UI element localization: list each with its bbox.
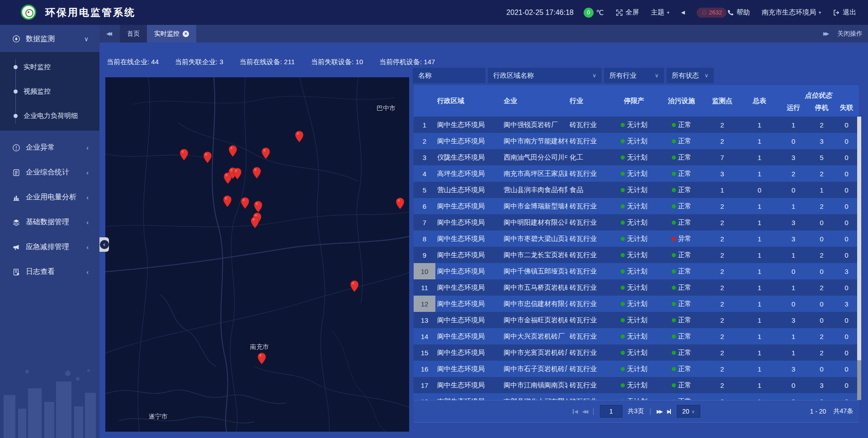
sidebar-item-company-abnormal[interactable]: 企业异常 ‹: [0, 135, 99, 160]
tabs-scroll-left-icon[interactable]: ◀◀: [106, 25, 110, 42]
industry-select[interactable]: 所有行业 ∨: [604, 68, 664, 83]
first-page-button[interactable]: ◀: [572, 409, 576, 414]
tabs-scroll-right-icon[interactable]: ▶▶: [823, 31, 827, 37]
close-operations-button[interactable]: 关闭操作: [837, 30, 863, 38]
sidebar-item-data-monitoring[interactable]: 数据监测 ∨: [0, 28, 99, 50]
table-row[interactable]: 11阆中生态环境局阆中市五马桥页岩机砖砖瓦行业无计划正常21120: [414, 279, 859, 296]
cell-run: 0: [778, 300, 809, 308]
map-pin-icon[interactable]: [261, 147, 270, 160]
chevron-left-icon: ‹: [86, 169, 89, 176]
mute-button[interactable]: ◀: [681, 9, 685, 15]
table-row[interactable]: 3仪陇生态环境局西南油气田分公司川中化工无计划正常71350: [414, 149, 859, 165]
status-dot-green: [621, 139, 625, 143]
tab-home[interactable]: 首页: [120, 25, 147, 42]
sidebar-item-emergency-reduction[interactable]: 应急减排管理 ‹: [0, 235, 99, 259]
table-row[interactable]: 14阆中生态环境局阆中大兴页岩机砖厂砖瓦行业无计划正常21120: [414, 328, 859, 344]
cell-company: 阆中市二龙长宝页岩砖: [500, 251, 567, 259]
cell-industry: 砖瓦行业: [567, 300, 608, 308]
map-pin-icon[interactable]: [254, 201, 263, 213]
map-pin-icon[interactable]: [252, 167, 261, 179]
map-pin-icon[interactable]: [228, 145, 237, 157]
map-pin-icon[interactable]: [350, 280, 359, 292]
table-row[interactable]: 4高坪生态环境局南充市高坪区王家店建砖瓦行业无计划正常31220: [414, 165, 859, 182]
sidebar-item-realtime-monitor[interactable]: 实时监控: [0, 55, 99, 79]
sidebar-collapse-handle[interactable]: ‹: [99, 237, 109, 252]
cell-limit: 无计划: [608, 332, 660, 341]
cell-monitor: 7: [703, 154, 741, 161]
cell-limit: 无计划: [608, 186, 660, 194]
table-row[interactable]: 5营山生态环境局营山县润丰肉食品有限食品无计划正常10010: [414, 182, 859, 198]
theme-button[interactable]: 主题 ▾: [651, 8, 670, 17]
cell-industry: 砖瓦行业: [567, 202, 608, 211]
last-page-button[interactable]: ▶: [667, 409, 671, 414]
row-index: 3: [414, 149, 435, 165]
content-area: 当前在线企业: 44 当前失联企业: 3 当前在线设备: 211 当前失联设备:…: [99, 42, 868, 438]
cell-meter: 1: [741, 333, 778, 340]
table-row[interactable]: 8阆中生态环境局阆中市枣碧大梁山页岩砖瓦行业无计划异常21300: [414, 231, 859, 247]
table-row[interactable]: 12阆中生态环境局阆中市忠信建材有限公砖瓦行业无计划正常21003: [414, 296, 859, 312]
status-select-value: 所有状态: [672, 71, 699, 80]
cell-run: 3: [778, 316, 809, 324]
map[interactable]: 巴中市南充市遂宁市: [105, 77, 409, 432]
region-select[interactable]: 行政区域名称 ∨: [488, 68, 602, 83]
sidebar-item-video-monitor[interactable]: 视频监控: [0, 79, 99, 104]
close-icon[interactable]: ×: [183, 31, 189, 37]
table-row[interactable]: 15阆中生态环境局阆中市光富页岩机砖厂砖瓦行业无计划正常21120: [414, 344, 859, 361]
total-items-label: 共47条: [833, 407, 853, 415]
table-row[interactable]: 9阆中生态环境局阆中市二龙长宝页岩砖砖瓦行业无计划正常21120: [414, 247, 859, 263]
status-select[interactable]: 所有状态 ∨: [666, 68, 714, 83]
cell-monitor: 3: [703, 170, 741, 178]
map-pin-icon[interactable]: [241, 197, 250, 209]
cell-run: 0: [778, 186, 809, 194]
cell-limit: 无计划: [608, 202, 660, 211]
map-pin-icon[interactable]: [203, 151, 212, 164]
cell-run: 3: [778, 219, 809, 226]
sidebar-item-power-analysis[interactable]: 企业用电量分析 ‹: [0, 185, 99, 210]
table-row[interactable]: 6阆中生态环境局阆中市金博瑞新型墙材砖瓦行业无计划正常21120: [414, 198, 859, 214]
map-pin-icon[interactable]: [179, 149, 189, 161]
table-row[interactable]: 16阆中生态环境局阆中市石子页岩机砖厂砖瓦行业无计划正常21300: [414, 361, 859, 377]
table-row[interactable]: 18南部生态环境局南部县砌化上河有限公砖瓦行业无计划正常21030: [414, 393, 859, 400]
bullet-icon: [14, 65, 18, 69]
sidebar-item-power-load-detail[interactable]: 企业电力负荷明细: [0, 104, 99, 128]
table-row[interactable]: 2阆中生态环境局阆中市南方节能建材有砖瓦行业无计划正常21030: [414, 133, 859, 149]
scrollbar-track[interactable]: [857, 117, 861, 400]
sidebar-item-company-stats[interactable]: 企业综合统计 ‹: [0, 160, 99, 185]
cell-meter: 1: [741, 235, 778, 243]
scrollbar-thumb[interactable]: [857, 117, 861, 360]
map-pin-icon[interactable]: [396, 198, 405, 210]
status-dot-green: [672, 172, 676, 176]
table-row[interactable]: 17阆中生态环境局阆中市江南镇阆南页岩砖瓦行业无计划正常21030: [414, 377, 859, 393]
prev-page-button[interactable]: ◀◀: [582, 409, 587, 414]
map-pin-icon[interactable]: [233, 168, 242, 180]
cell-stop: 3: [809, 381, 834, 389]
chevron-left-icon: ‹: [100, 240, 109, 249]
status-dot-green: [621, 155, 625, 160]
cell-industry: 砖瓦行业: [567, 365, 608, 373]
next-page-button[interactable]: ▶▶: [657, 409, 662, 414]
cell-facility: 正常: [660, 316, 703, 325]
name-search-input[interactable]: 名称: [413, 68, 486, 83]
map-pin-icon[interactable]: [250, 217, 259, 229]
map-pin-icon[interactable]: [257, 353, 266, 365]
org-menu[interactable]: 南充市生态环境局 ▾: [762, 8, 821, 17]
table-row[interactable]: 13阆中生态环境局阆中市金福旺页岩机砖砖瓦行业无计划正常21300: [414, 312, 859, 328]
sidebar-item-label: 数据监测: [26, 34, 55, 44]
page-number-input[interactable]: 1: [600, 405, 623, 418]
table-row[interactable]: 10阆中生态环境局阆中千佛镇五郎垭页岩砖瓦行业无计划正常21003: [414, 263, 859, 279]
tab-realtime-monitor[interactable]: 实时监控 ×: [147, 25, 196, 42]
logout-button[interactable]: 退出: [833, 8, 856, 17]
row-index: 12: [414, 296, 435, 312]
cell-industry: 砖瓦行业: [567, 316, 608, 325]
table-row[interactable]: 1阆中生态环境局阆中强锐页岩砖厂砖瓦行业无计划正常21120: [414, 117, 859, 133]
notification-badge[interactable]: 2632: [697, 8, 726, 18]
cell-limit: 无计划: [608, 137, 660, 146]
help-button[interactable]: 帮助: [726, 8, 750, 17]
sidebar-item-log-view[interactable]: 日志查看 ‹: [0, 259, 99, 284]
map-pin-icon[interactable]: [223, 195, 232, 207]
sidebar-item-base-data[interactable]: 基础数据管理 ‹: [0, 210, 99, 235]
page-size-select[interactable]: 20∨: [677, 405, 700, 418]
table-row[interactable]: 7阆中生态环境局阆中明阳建材有限公司砖瓦行业无计划正常21300: [414, 214, 859, 231]
fullscreen-button[interactable]: 全屏: [616, 8, 639, 17]
map-pin-icon[interactable]: [295, 131, 304, 143]
